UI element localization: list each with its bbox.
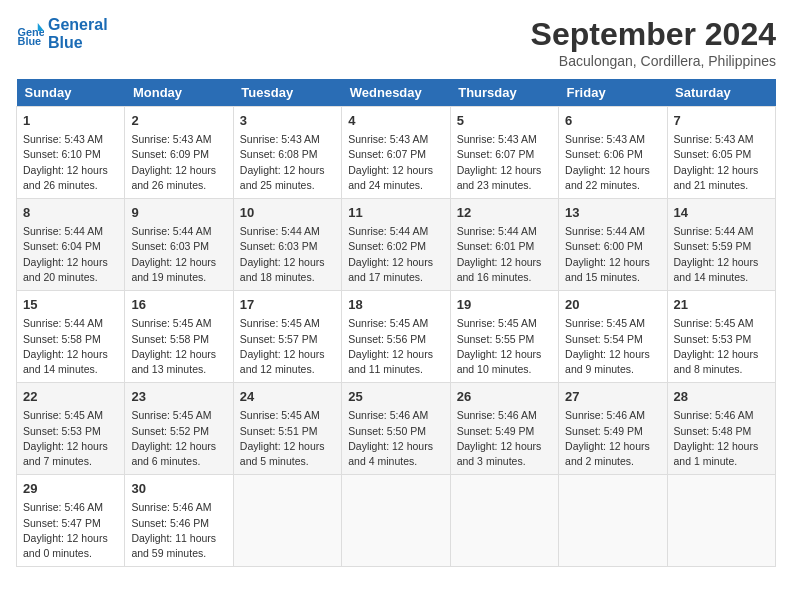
empty-cell bbox=[667, 475, 775, 567]
day-content: Sunrise: 5:46 AM Sunset: 5:50 PM Dayligh… bbox=[348, 408, 443, 469]
day-number: 26 bbox=[457, 388, 552, 406]
col-header-thursday: Thursday bbox=[450, 79, 558, 107]
day-cell-5: 5Sunrise: 5:43 AM Sunset: 6:07 PM Daylig… bbox=[450, 107, 558, 199]
col-header-sunday: Sunday bbox=[17, 79, 125, 107]
day-number: 11 bbox=[348, 204, 443, 222]
day-number: 25 bbox=[348, 388, 443, 406]
day-number: 4 bbox=[348, 112, 443, 130]
day-cell-9: 9Sunrise: 5:44 AM Sunset: 6:03 PM Daylig… bbox=[125, 199, 233, 291]
day-content: Sunrise: 5:44 AM Sunset: 6:02 PM Dayligh… bbox=[348, 224, 443, 285]
day-content: Sunrise: 5:45 AM Sunset: 5:55 PM Dayligh… bbox=[457, 316, 552, 377]
day-cell-12: 12Sunrise: 5:44 AM Sunset: 6:01 PM Dayli… bbox=[450, 199, 558, 291]
calendar-week-0: 1Sunrise: 5:43 AM Sunset: 6:10 PM Daylig… bbox=[17, 107, 776, 199]
day-cell-25: 25Sunrise: 5:46 AM Sunset: 5:50 PM Dayli… bbox=[342, 383, 450, 475]
logo: General Blue General Blue bbox=[16, 16, 108, 51]
day-cell-20: 20Sunrise: 5:45 AM Sunset: 5:54 PM Dayli… bbox=[559, 291, 667, 383]
day-content: Sunrise: 5:45 AM Sunset: 5:58 PM Dayligh… bbox=[131, 316, 226, 377]
logo-icon: General Blue bbox=[16, 20, 44, 48]
col-header-wednesday: Wednesday bbox=[342, 79, 450, 107]
day-content: Sunrise: 5:43 AM Sunset: 6:06 PM Dayligh… bbox=[565, 132, 660, 193]
title-area: September 2024 Baculongan, Cordillera, P… bbox=[531, 16, 776, 69]
day-number: 14 bbox=[674, 204, 769, 222]
calendar-week-3: 22Sunrise: 5:45 AM Sunset: 5:53 PM Dayli… bbox=[17, 383, 776, 475]
logo-blue: Blue bbox=[48, 34, 108, 52]
calendar-week-2: 15Sunrise: 5:44 AM Sunset: 5:58 PM Dayli… bbox=[17, 291, 776, 383]
day-content: Sunrise: 5:46 AM Sunset: 5:46 PM Dayligh… bbox=[131, 500, 226, 561]
day-cell-2: 2Sunrise: 5:43 AM Sunset: 6:09 PM Daylig… bbox=[125, 107, 233, 199]
day-content: Sunrise: 5:46 AM Sunset: 5:49 PM Dayligh… bbox=[565, 408, 660, 469]
day-content: Sunrise: 5:45 AM Sunset: 5:56 PM Dayligh… bbox=[348, 316, 443, 377]
day-cell-23: 23Sunrise: 5:45 AM Sunset: 5:52 PM Dayli… bbox=[125, 383, 233, 475]
day-content: Sunrise: 5:45 AM Sunset: 5:53 PM Dayligh… bbox=[674, 316, 769, 377]
empty-cell bbox=[559, 475, 667, 567]
day-number: 6 bbox=[565, 112, 660, 130]
col-header-saturday: Saturday bbox=[667, 79, 775, 107]
day-content: Sunrise: 5:44 AM Sunset: 5:59 PM Dayligh… bbox=[674, 224, 769, 285]
day-content: Sunrise: 5:44 AM Sunset: 6:03 PM Dayligh… bbox=[240, 224, 335, 285]
day-number: 3 bbox=[240, 112, 335, 130]
day-cell-7: 7Sunrise: 5:43 AM Sunset: 6:05 PM Daylig… bbox=[667, 107, 775, 199]
day-number: 24 bbox=[240, 388, 335, 406]
month-title: September 2024 bbox=[531, 16, 776, 53]
day-number: 28 bbox=[674, 388, 769, 406]
day-cell-16: 16Sunrise: 5:45 AM Sunset: 5:58 PM Dayli… bbox=[125, 291, 233, 383]
day-cell-27: 27Sunrise: 5:46 AM Sunset: 5:49 PM Dayli… bbox=[559, 383, 667, 475]
col-header-friday: Friday bbox=[559, 79, 667, 107]
day-number: 5 bbox=[457, 112, 552, 130]
day-content: Sunrise: 5:45 AM Sunset: 5:57 PM Dayligh… bbox=[240, 316, 335, 377]
day-cell-8: 8Sunrise: 5:44 AM Sunset: 6:04 PM Daylig… bbox=[17, 199, 125, 291]
day-number: 2 bbox=[131, 112, 226, 130]
calendar-week-1: 8Sunrise: 5:44 AM Sunset: 6:04 PM Daylig… bbox=[17, 199, 776, 291]
day-cell-3: 3Sunrise: 5:43 AM Sunset: 6:08 PM Daylig… bbox=[233, 107, 341, 199]
logo-general: General bbox=[48, 16, 108, 34]
day-cell-30: 30Sunrise: 5:46 AM Sunset: 5:46 PM Dayli… bbox=[125, 475, 233, 567]
day-content: Sunrise: 5:43 AM Sunset: 6:08 PM Dayligh… bbox=[240, 132, 335, 193]
day-number: 7 bbox=[674, 112, 769, 130]
day-cell-28: 28Sunrise: 5:46 AM Sunset: 5:48 PM Dayli… bbox=[667, 383, 775, 475]
empty-cell bbox=[450, 475, 558, 567]
day-number: 8 bbox=[23, 204, 118, 222]
day-content: Sunrise: 5:46 AM Sunset: 5:47 PM Dayligh… bbox=[23, 500, 118, 561]
empty-cell bbox=[342, 475, 450, 567]
col-header-tuesday: Tuesday bbox=[233, 79, 341, 107]
day-cell-10: 10Sunrise: 5:44 AM Sunset: 6:03 PM Dayli… bbox=[233, 199, 341, 291]
day-content: Sunrise: 5:43 AM Sunset: 6:10 PM Dayligh… bbox=[23, 132, 118, 193]
location-subtitle: Baculongan, Cordillera, Philippines bbox=[531, 53, 776, 69]
day-number: 10 bbox=[240, 204, 335, 222]
day-number: 16 bbox=[131, 296, 226, 314]
day-cell-24: 24Sunrise: 5:45 AM Sunset: 5:51 PM Dayli… bbox=[233, 383, 341, 475]
day-number: 19 bbox=[457, 296, 552, 314]
day-cell-6: 6Sunrise: 5:43 AM Sunset: 6:06 PM Daylig… bbox=[559, 107, 667, 199]
header-row: SundayMondayTuesdayWednesdayThursdayFrid… bbox=[17, 79, 776, 107]
day-cell-17: 17Sunrise: 5:45 AM Sunset: 5:57 PM Dayli… bbox=[233, 291, 341, 383]
day-number: 9 bbox=[131, 204, 226, 222]
day-cell-19: 19Sunrise: 5:45 AM Sunset: 5:55 PM Dayli… bbox=[450, 291, 558, 383]
day-content: Sunrise: 5:44 AM Sunset: 5:58 PM Dayligh… bbox=[23, 316, 118, 377]
day-content: Sunrise: 5:44 AM Sunset: 6:00 PM Dayligh… bbox=[565, 224, 660, 285]
day-number: 15 bbox=[23, 296, 118, 314]
day-number: 17 bbox=[240, 296, 335, 314]
day-number: 22 bbox=[23, 388, 118, 406]
day-cell-1: 1Sunrise: 5:43 AM Sunset: 6:10 PM Daylig… bbox=[17, 107, 125, 199]
day-content: Sunrise: 5:46 AM Sunset: 5:49 PM Dayligh… bbox=[457, 408, 552, 469]
day-number: 21 bbox=[674, 296, 769, 314]
day-number: 20 bbox=[565, 296, 660, 314]
col-header-monday: Monday bbox=[125, 79, 233, 107]
day-cell-18: 18Sunrise: 5:45 AM Sunset: 5:56 PM Dayli… bbox=[342, 291, 450, 383]
calendar-week-4: 29Sunrise: 5:46 AM Sunset: 5:47 PM Dayli… bbox=[17, 475, 776, 567]
day-cell-14: 14Sunrise: 5:44 AM Sunset: 5:59 PM Dayli… bbox=[667, 199, 775, 291]
day-cell-11: 11Sunrise: 5:44 AM Sunset: 6:02 PM Dayli… bbox=[342, 199, 450, 291]
day-content: Sunrise: 5:43 AM Sunset: 6:09 PM Dayligh… bbox=[131, 132, 226, 193]
day-cell-29: 29Sunrise: 5:46 AM Sunset: 5:47 PM Dayli… bbox=[17, 475, 125, 567]
page-header: General Blue General Blue September 2024… bbox=[16, 16, 776, 69]
day-content: Sunrise: 5:45 AM Sunset: 5:54 PM Dayligh… bbox=[565, 316, 660, 377]
day-content: Sunrise: 5:43 AM Sunset: 6:07 PM Dayligh… bbox=[348, 132, 443, 193]
day-content: Sunrise: 5:44 AM Sunset: 6:04 PM Dayligh… bbox=[23, 224, 118, 285]
day-cell-21: 21Sunrise: 5:45 AM Sunset: 5:53 PM Dayli… bbox=[667, 291, 775, 383]
day-number: 29 bbox=[23, 480, 118, 498]
day-number: 23 bbox=[131, 388, 226, 406]
day-content: Sunrise: 5:46 AM Sunset: 5:48 PM Dayligh… bbox=[674, 408, 769, 469]
svg-text:Blue: Blue bbox=[18, 34, 42, 46]
day-content: Sunrise: 5:43 AM Sunset: 6:07 PM Dayligh… bbox=[457, 132, 552, 193]
day-cell-26: 26Sunrise: 5:46 AM Sunset: 5:49 PM Dayli… bbox=[450, 383, 558, 475]
